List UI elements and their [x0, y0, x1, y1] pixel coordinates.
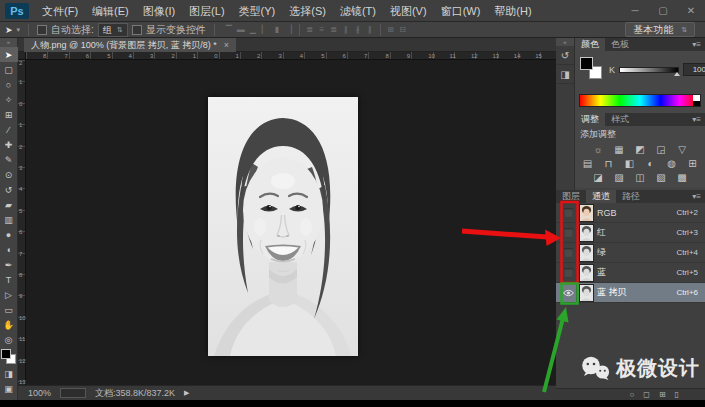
auto-blend-button[interactable]: ⊟: [397, 25, 409, 34]
black-chip[interactable]: [693, 101, 700, 107]
menubar-item-image[interactable]: 图像(I): [136, 0, 182, 22]
tool-blur[interactable]: ●: [0, 227, 18, 242]
channels-panel-menu-icon[interactable]: ▾≡: [692, 190, 701, 203]
tool-pen[interactable]: ✒: [0, 257, 18, 272]
workspace-switcher[interactable]: 基本功能 ⇅: [625, 22, 695, 37]
align-bottom-edges-button[interactable]: ▁: [247, 25, 259, 34]
tool-brush[interactable]: ✎: [0, 152, 18, 167]
tool-history-brush[interactable]: ↺: [0, 182, 18, 197]
color-swatches[interactable]: [580, 57, 602, 79]
color-spectrum-ramp[interactable]: [579, 94, 701, 107]
channels-tab-paths[interactable]: 路径: [616, 190, 646, 203]
foreground-color-swatch[interactable]: [1, 349, 11, 359]
adjustment-color-balance-icon[interactable]: ⊓: [602, 157, 616, 170]
menubar-item-view[interactable]: 视图(V): [383, 0, 434, 22]
status-options-arrow-icon[interactable]: ▶: [184, 389, 189, 397]
distribute-left-edges-button[interactable]: ∥: [340, 25, 352, 34]
close-button[interactable]: ✕: [677, 0, 705, 22]
channel-row-blue[interactable]: 蓝Ctrl+5: [556, 263, 705, 283]
adjustment-threshold-icon[interactable]: ◫: [633, 171, 647, 184]
tool-quick-selection[interactable]: ✧: [0, 92, 18, 107]
tool-dodge[interactable]: ◖: [0, 242, 18, 257]
new-channel-button[interactable]: ⊞: [659, 389, 666, 401]
maximize-button[interactable]: ▢: [649, 0, 677, 22]
channels-tab-channels[interactable]: 通道: [586, 190, 616, 203]
history-panel-icon[interactable]: ↺: [556, 46, 574, 65]
k-slider-track[interactable]: [619, 67, 679, 73]
adjustment-vibrance-icon[interactable]: ▽: [675, 143, 689, 156]
adjustment-levels-icon[interactable]: ▦: [612, 143, 626, 156]
channel-row-red[interactable]: 红Ctrl+3: [556, 223, 705, 243]
tool-crop[interactable]: ⊞: [0, 107, 18, 122]
visibility-toggle-empty[interactable]: [560, 243, 577, 263]
align-right-edges-button[interactable]: ▕: [283, 25, 295, 34]
tool-zoom[interactable]: ◎: [0, 332, 18, 347]
auto-select-target-dropdown[interactable]: 组 ⇅: [98, 23, 128, 37]
distribute-right-edges-button[interactable]: ∥: [364, 25, 376, 34]
document-tab[interactable]: 人物.png @ 100% (背景图层 拷贝, 蓝 拷贝/8) * ×: [24, 38, 236, 52]
adjustments-tab-adjustments[interactable]: 调整: [575, 113, 605, 126]
distribute-horizontal-centers-button[interactable]: ∦: [352, 25, 364, 34]
adjustments-panel-menu-icon[interactable]: ▾≡: [692, 113, 701, 126]
color-tab-swatches[interactable]: 色板: [605, 38, 635, 51]
canvas[interactable]: [26, 60, 556, 385]
tool-clone-stamp[interactable]: ⊙: [0, 167, 18, 182]
show-transform-controls-checkbox[interactable]: [132, 25, 142, 35]
tool-eyedropper[interactable]: ∕: [0, 122, 18, 137]
distribute-vertical-centers-button[interactable]: ≡: [316, 25, 328, 34]
dock-collapse-button[interactable]: «: [556, 38, 574, 46]
adjustment-curves-icon[interactable]: ◩: [633, 143, 647, 156]
menubar-item-help[interactable]: 帮助(H): [487, 0, 538, 22]
menubar-item-edit[interactable]: 编辑(E): [85, 0, 136, 22]
tool-lasso[interactable]: ○: [0, 77, 18, 92]
tool-gradient[interactable]: ▥: [0, 212, 18, 227]
adjustment-hue-saturation-icon[interactable]: ▤: [581, 157, 595, 170]
channel-row-blue-copy[interactable]: 蓝 拷贝Ctrl+6: [556, 283, 705, 303]
tool-type[interactable]: T: [0, 272, 18, 287]
align-horizontal-centers-button[interactable]: ▮: [271, 25, 283, 34]
adjustment-invert-icon[interactable]: ◪: [591, 171, 605, 184]
visibility-toggle-empty[interactable]: [560, 203, 577, 223]
adjustment-exposure-icon[interactable]: ◲: [654, 143, 668, 156]
adjustment-selective-color-icon[interactable]: ▩: [675, 171, 689, 184]
tool-path-selection[interactable]: ▷: [0, 287, 18, 302]
auto-select-checkbox[interactable]: [37, 25, 47, 35]
distribute-top-edges-button[interactable]: ≣: [304, 25, 316, 34]
k-value-field[interactable]: 100: [683, 63, 705, 76]
delete-channel-button[interactable]: ▯: [675, 389, 679, 401]
tool-rectangle-shape[interactable]: ▭: [0, 302, 18, 317]
channel-row-rgb[interactable]: RGBCtrl+2: [556, 203, 705, 223]
load-channel-as-selection-button[interactable]: ○: [629, 389, 634, 401]
tools-panel-collapse-button[interactable]: »: [0, 38, 17, 47]
channel-row-green[interactable]: 绿Ctrl+4: [556, 243, 705, 263]
horizontal-ruler[interactable]: 876543210123456789101112131415: [26, 52, 556, 60]
tool-move[interactable]: ➤: [0, 47, 18, 62]
vertical-ruler[interactable]: 21012345678910111213: [18, 60, 26, 385]
toolbar-color-swatches[interactable]: [1, 349, 16, 364]
adjustment-color-lookup-icon[interactable]: ⊞: [686, 157, 700, 170]
adjustment-brightness-contrast-icon[interactable]: ☼: [591, 143, 605, 156]
channels-tab-layers[interactable]: 图层: [556, 190, 586, 203]
adjustment-photo-filter-icon[interactable]: ◐: [644, 157, 658, 170]
zoom-level[interactable]: 100%: [28, 388, 51, 398]
adjustment-gradient-map-icon[interactable]: ▧: [654, 171, 668, 184]
menubar-item-select[interactable]: 选择(S): [282, 0, 333, 22]
align-vertical-centers-button[interactable]: ▬: [235, 25, 247, 34]
menubar-item-window[interactable]: 窗口(W): [434, 0, 488, 22]
tool-preset-caret-icon[interactable]: ▾: [17, 26, 21, 34]
color-tab-color[interactable]: 颜色: [575, 38, 605, 51]
k-slider-handle[interactable]: [674, 72, 680, 76]
adjustment-posterize-icon[interactable]: ▨: [612, 171, 626, 184]
align-top-edges-button[interactable]: ▔: [223, 25, 235, 34]
menubar-item-layer[interactable]: 图层(L): [182, 0, 231, 22]
menubar-item-type[interactable]: 类型(Y): [232, 0, 283, 22]
auto-align-layers-button[interactable]: ⊞: [385, 25, 397, 34]
tool-screen-mode[interactable]: ▣: [0, 381, 18, 396]
color-panel-menu-icon[interactable]: ▾≡: [692, 38, 701, 51]
move-tool-icon[interactable]: ➤: [5, 25, 13, 35]
align-left-edges-button[interactable]: ▏: [259, 25, 271, 34]
adjustment-black-white-icon[interactable]: ◧: [623, 157, 637, 170]
visibility-toggle-empty[interactable]: [560, 223, 577, 243]
foreground-color-swatch[interactable]: [580, 57, 593, 70]
tool-spot-healing-brush[interactable]: ✚: [0, 137, 18, 152]
